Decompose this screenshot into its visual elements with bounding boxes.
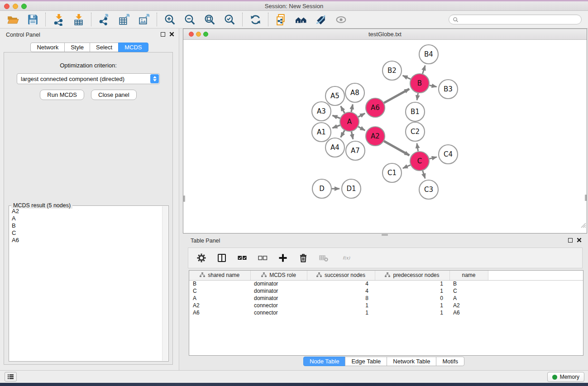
vertical-scrollbar-thumb[interactable] xyxy=(585,195,587,201)
mcds-result-item[interactable]: B xyxy=(10,222,162,229)
graph-node-C4[interactable]: C4 xyxy=(439,145,458,164)
criterion-select[interactable]: largest connected component (directed) xyxy=(17,73,160,84)
cell-shared-name[interactable]: C xyxy=(189,287,250,295)
graph-node-D[interactable]: D xyxy=(312,179,331,198)
float-table-panel-icon[interactable] xyxy=(568,238,573,243)
graph-node-B3[interactable]: B3 xyxy=(439,80,458,99)
cell-successor-nodes[interactable]: 4 xyxy=(307,287,375,295)
float-panel-icon[interactable] xyxy=(161,32,165,37)
edge-B-B1[interactable] xyxy=(417,93,418,100)
cell-predecessor-nodes[interactable]: 1 xyxy=(375,309,449,316)
edge-C-C3[interactable] xyxy=(423,171,425,178)
result-scrollbar[interactable] xyxy=(162,206,168,361)
graph-node-A6[interactable]: A6 xyxy=(366,98,385,117)
column-header-MCDS-role[interactable]: MCDS role xyxy=(250,271,307,280)
table-row[interactable]: Adominator80A xyxy=(189,295,583,302)
zoom-in-button[interactable] xyxy=(163,12,177,27)
graph-node-C2[interactable]: C2 xyxy=(406,122,425,141)
cell-predecessor-nodes[interactable]: 1 xyxy=(375,287,449,295)
column-header-successor-nodes[interactable]: successor nodes xyxy=(307,271,375,280)
close-panel-icon[interactable] xyxy=(169,32,174,37)
graph-node-A[interactable]: A xyxy=(340,112,359,131)
cell-predecessor-nodes[interactable]: 0 xyxy=(375,295,449,302)
cell-shared-name[interactable]: A xyxy=(189,295,250,302)
edge-B-B3[interactable] xyxy=(430,85,437,86)
edge-B-B4[interactable] xyxy=(423,66,425,74)
tab-mcds[interactable]: MCDS xyxy=(118,43,148,52)
graph-node-D1[interactable]: D1 xyxy=(342,179,361,198)
graph-node-A4[interactable]: A4 xyxy=(325,138,344,157)
graph-node-A5[interactable]: A5 xyxy=(325,86,344,105)
home-button[interactable] xyxy=(294,12,308,27)
cell-predecessor-nodes[interactable]: 1 xyxy=(375,302,449,309)
zoom-out-button[interactable] xyxy=(182,12,197,27)
graph-node-A1[interactable]: A1 xyxy=(312,123,331,142)
edge-A6-B[interactable] xyxy=(384,89,409,103)
column-header-predecessor-nodes[interactable]: predecessor nodes xyxy=(375,271,449,280)
edge-C-C1[interactable] xyxy=(403,165,411,168)
tab-network-table[interactable]: Network Table xyxy=(387,357,436,366)
graph-node-A3[interactable]: A3 xyxy=(312,102,331,121)
cell-MCDS-role[interactable]: connector xyxy=(250,302,307,309)
add-column-button[interactable] xyxy=(277,252,289,264)
close-table-panel-icon[interactable] xyxy=(577,238,582,243)
cell-successor-nodes[interactable]: 4 xyxy=(307,280,375,287)
cell-name[interactable]: B xyxy=(449,280,488,287)
memory-button[interactable]: Memory xyxy=(547,372,584,382)
cell-successor-nodes[interactable]: 1 xyxy=(307,302,375,309)
table-row[interactable]: A6connector11A6 xyxy=(189,309,583,316)
mcds-result-item[interactable]: A6 xyxy=(10,237,162,244)
edge-A-A4[interactable] xyxy=(341,130,345,137)
show-hide-button[interactable] xyxy=(334,12,348,27)
cell-successor-nodes[interactable]: 8 xyxy=(307,295,375,302)
import-network-button[interactable] xyxy=(51,12,66,27)
export-network-button[interactable] xyxy=(97,12,111,27)
tab-network[interactable]: Network xyxy=(30,43,65,52)
graph-node-B[interactable]: B xyxy=(410,74,429,93)
tab-node-table[interactable]: Node Table xyxy=(303,357,346,366)
cell-shared-name[interactable]: A6 xyxy=(189,309,250,316)
table-settings-button[interactable] xyxy=(196,252,207,264)
mcds-result-item[interactable]: C xyxy=(10,229,162,237)
show-columns-button[interactable] xyxy=(216,252,228,264)
graph-node-C3[interactable]: C3 xyxy=(419,180,438,199)
mcds-result-item[interactable]: A2 xyxy=(10,208,162,215)
graph-node-B4[interactable]: B4 xyxy=(419,45,438,64)
edge-C-C2[interactable] xyxy=(417,143,418,152)
tab-motifs[interactable]: Motifs xyxy=(436,357,464,366)
export-image-button[interactable] xyxy=(137,12,151,27)
graph-node-A7[interactable]: A7 xyxy=(346,141,365,160)
column-header-name[interactable]: name xyxy=(449,271,488,280)
edge-C-C4[interactable] xyxy=(429,157,436,159)
cell-name[interactable]: A xyxy=(449,295,488,302)
tab-style[interactable]: Style xyxy=(64,43,90,52)
table-row[interactable]: Cdominator41C xyxy=(189,287,583,295)
cell-shared-name[interactable]: A2 xyxy=(189,302,250,309)
resize-grip[interactable] xyxy=(579,221,586,228)
save-session-button[interactable] xyxy=(25,12,40,27)
cell-name[interactable]: A6 xyxy=(449,309,488,316)
run-mcds-button[interactable]: Run MCDS xyxy=(40,90,84,100)
zoom-selected-button[interactable] xyxy=(222,12,237,27)
apply-function-button[interactable]: f(x) xyxy=(338,252,356,264)
cell-successor-nodes[interactable]: 1 xyxy=(307,309,375,316)
cell-MCDS-role[interactable]: connector xyxy=(250,309,307,316)
graph-node-A8[interactable]: A8 xyxy=(345,83,364,102)
export-table-button[interactable] xyxy=(117,12,131,27)
edge-A2-C[interactable] xyxy=(384,141,409,156)
refresh-layout-button[interactable] xyxy=(248,12,263,27)
edge-A-A3[interactable] xyxy=(332,115,340,118)
edge-B-B2[interactable] xyxy=(403,76,411,79)
cell-name[interactable]: A2 xyxy=(449,302,488,309)
cell-predecessor-nodes[interactable]: 1 xyxy=(375,280,449,287)
network-canvas[interactable]: B4B2BB3B1A6A5A8A3AA1A4A7A2C2CC4C1C3DD1 xyxy=(183,40,587,229)
cell-MCDS-role[interactable]: dominator xyxy=(250,287,307,295)
search-input[interactable] xyxy=(461,16,578,23)
delete-table-button[interactable] xyxy=(318,252,330,264)
edge-A-A6[interactable] xyxy=(358,113,365,117)
search-field[interactable] xyxy=(449,14,582,24)
vertical-scrollbar-thumb[interactable] xyxy=(183,195,185,202)
open-session-button[interactable] xyxy=(5,12,20,27)
graph-node-B2[interactable]: B2 xyxy=(382,61,402,80)
column-header-shared-name[interactable]: shared name xyxy=(189,271,250,280)
